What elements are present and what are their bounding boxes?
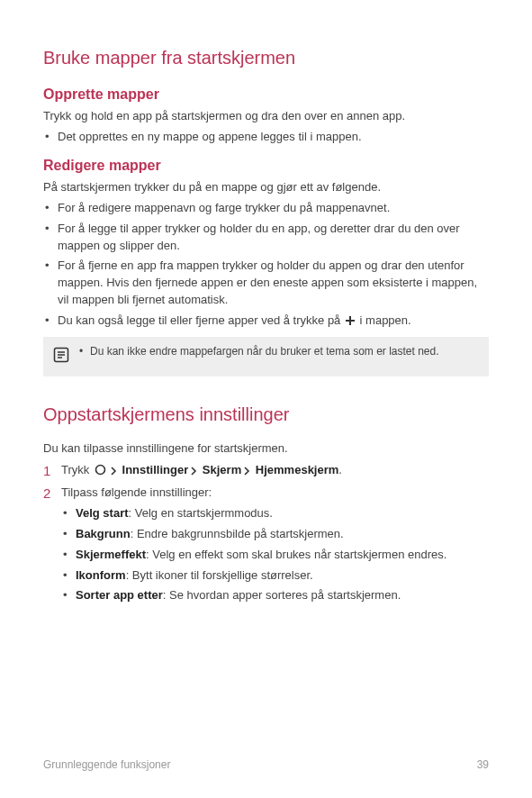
option-label: Sorter app etter <box>76 588 163 602</box>
options-list: Velg start: Velg en startskjermmodus. Ba… <box>61 505 489 604</box>
note-content: Du kan ikke endre mappefargen når du bru… <box>79 344 480 359</box>
footer-left: Grunnleggende funksjoner <box>43 757 170 773</box>
intro-settings: Du kan tilpasse innstillingene for start… <box>43 440 489 458</box>
option-item: Velg start: Velg en startskjermmodus. <box>61 505 489 522</box>
chevron-right-icon <box>242 463 251 481</box>
step-1: Trykk Innstillinger Skjerm Hjemmeskjerm. <box>43 461 489 481</box>
plus-icon <box>345 313 356 330</box>
path-segment: Skjerm <box>203 463 241 476</box>
footer-page-number: 39 <box>477 757 489 773</box>
svg-point-4 <box>95 465 104 474</box>
note-text: Du kan ikke endre mappefargen når du bru… <box>79 344 480 359</box>
list-item-text: Du kan også legge til eller fjerne apper… <box>58 313 344 327</box>
option-desc: : Se hvordan apper sorteres på startskje… <box>163 588 401 602</box>
path-segment: Hjemmeskjerm <box>256 463 339 476</box>
list-create-folders: Det opprettes en ny mappe og appene legg… <box>43 129 489 146</box>
path-segment: Innstillinger <box>122 463 189 476</box>
note-icon <box>52 346 70 369</box>
section-heading-folders: Bruke mapper fra startskjermen <box>43 45 489 71</box>
option-desc: : Velg en startskjermmodus. <box>129 506 273 520</box>
page-footer: Grunnleggende funksjoner 39 <box>43 757 489 773</box>
option-label: Ikonform <box>76 568 126 582</box>
option-item: Skjermeffekt: Velg en effekt som skal br… <box>61 547 489 564</box>
list-item: For å redigere mappenavn og farge trykke… <box>43 200 489 217</box>
list-item: For å fjerne en app fra mappen trykker o… <box>43 258 489 309</box>
list-edit-folders: For å redigere mappenavn og farge trykke… <box>43 200 489 330</box>
section-heading-settings: Oppstartskjermens innstillinger <box>43 402 489 428</box>
list-item: Du kan også legge til eller fjerne apper… <box>43 313 489 330</box>
intro-create-folders: Trykk og hold en app på startskjermen og… <box>43 108 489 125</box>
option-label: Velg start <box>76 506 129 520</box>
chevron-right-icon <box>189 463 198 481</box>
list-item: For å legge til apper trykker og holder … <box>43 221 489 255</box>
option-item: Bakgrunn: Endre bakgrunnsbilde på starts… <box>61 526 489 543</box>
note-box: Du kan ikke endre mappefargen når du bru… <box>43 337 489 376</box>
list-item: Det opprettes en ny mappe og appene legg… <box>43 129 489 146</box>
option-label: Bakgrunn <box>76 527 131 540</box>
subheading-edit-folders: Redigere mapper <box>43 155 489 176</box>
list-item-tail: i mappen. <box>356 313 411 327</box>
step-text: Tilpass følgende innstillinger: <box>61 485 212 499</box>
step-prefix: Trykk <box>61 463 93 476</box>
option-desc: : Velg en effekt som skal brukes når sta… <box>146 548 446 561</box>
option-label: Skjermeffekt <box>76 548 146 561</box>
option-item: Ikonform: Bytt ikoner til forskjellige s… <box>61 567 489 585</box>
chevron-right-icon <box>109 463 118 481</box>
numbered-steps: Trykk Innstillinger Skjerm Hjemmeskjerm.… <box>43 461 489 604</box>
subheading-create-folders: Opprette mapper <box>43 84 489 104</box>
step-2: Tilpass følgende innstillinger: Velg sta… <box>43 484 489 604</box>
option-desc: : Bytt ikoner til forskjellige størrelse… <box>126 568 313 582</box>
option-item: Sorter app etter: Se hvordan apper sorte… <box>61 587 489 604</box>
intro-edit-folders: På startskjermen trykker du på en mappe … <box>43 179 489 196</box>
step-suffix: . <box>338 463 342 476</box>
option-desc: : Endre bakgrunnsbilde på startskjermen. <box>131 527 344 540</box>
circle-icon <box>95 463 106 481</box>
